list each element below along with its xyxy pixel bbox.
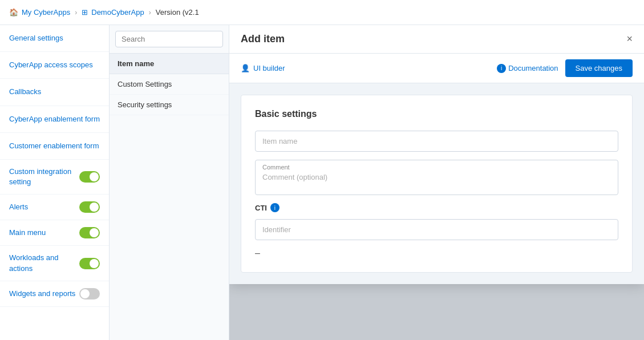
info-icon: i xyxy=(497,64,506,73)
modal-toolbar: 👤 UI builder i Documentation Save change… xyxy=(229,54,644,83)
modal-content: Basic settings Comment Comment (optional… xyxy=(229,83,644,284)
comment-placeholder-text: Comment (optional) xyxy=(256,160,618,195)
home-icon: 🏠 xyxy=(9,8,18,17)
sidebar-item-main-menu: Main menu xyxy=(0,220,109,246)
search-input[interactable] xyxy=(115,31,223,47)
item-name-input[interactable] xyxy=(255,131,618,152)
item-name-field xyxy=(255,131,618,152)
sidebar-item-workloads: Workloads and actions xyxy=(0,246,109,281)
list-item-custom-settings[interactable]: Custom Settings xyxy=(110,74,229,95)
search-bar xyxy=(110,25,229,54)
sidebar-item-callbacks[interactable]: Callbacks xyxy=(0,79,109,106)
list-item-security-settings[interactable]: Security settings xyxy=(110,95,229,115)
documentation-link[interactable]: i Documentation xyxy=(497,64,558,73)
toggle-custom-integration[interactable] xyxy=(79,171,100,183)
apps-icon: ⊞ xyxy=(82,8,88,17)
section-title: Basic settings xyxy=(255,109,618,119)
breadcrumb-bar: 🏠 My CyberApps › ⊞ DemoCyberApp › Versio… xyxy=(0,0,644,25)
modal-container: Add item × 👤 UI builder i Documentation xyxy=(229,25,644,340)
ui-builder-link[interactable]: 👤 UI builder xyxy=(241,64,285,72)
breadcrumb-sep-1: › xyxy=(75,9,77,17)
toggle-alerts[interactable] xyxy=(79,201,100,213)
breadcrumb-my-cyberapps[interactable]: 🏠 My CyberApps xyxy=(9,8,70,17)
sidebar-item-alerts: Alerts xyxy=(0,195,109,220)
modal: Add item × 👤 UI builder i Documentation xyxy=(229,25,644,284)
sidebar-item-general-settings[interactable]: General settings xyxy=(0,25,109,52)
sidebar-item-cyberapp-access-scopes[interactable]: CyberApp access scopes xyxy=(0,52,109,79)
identifier-field xyxy=(255,219,618,240)
save-button[interactable]: Save changes xyxy=(565,59,633,77)
breadcrumb-sep-2: › xyxy=(149,9,151,17)
sidebar-item-cyberapp-enablement[interactable]: CyberApp enablement form xyxy=(0,106,109,133)
modal-title: Add item xyxy=(241,33,285,45)
comment-field: Comment Comment (optional) xyxy=(255,160,618,195)
breadcrumb-label-0: My CyberApps xyxy=(22,8,70,17)
list-header: Item name xyxy=(110,54,229,74)
toggle-widgets[interactable] xyxy=(79,288,100,299)
cti-info-icon[interactable]: i xyxy=(270,203,280,212)
toggle-workloads[interactable] xyxy=(79,258,100,269)
app-container: 🏠 My CyberApps › ⊞ DemoCyberApp › Versio… xyxy=(0,0,644,340)
breadcrumb-version: Version (v2.1 xyxy=(156,8,199,17)
identifier-input[interactable] xyxy=(255,219,618,240)
main-layout: General settings CyberApp access scopes … xyxy=(0,25,644,340)
sidebar: General settings CyberApp access scopes … xyxy=(0,25,110,340)
right-panel: Add item × 👤 UI builder i Documentation xyxy=(229,25,644,340)
dash-symbol: – xyxy=(255,248,618,258)
settings-card: Basic settings Comment Comment (optional… xyxy=(241,95,633,273)
middle-panel: Item name Custom Settings Security setti… xyxy=(110,25,229,340)
sidebar-item-custom-integration: Custom integration setting xyxy=(0,160,109,195)
comment-label: Comment xyxy=(262,164,290,171)
sidebar-item-customer-enablement[interactable]: Customer enablement form xyxy=(0,133,109,160)
close-icon[interactable]: × xyxy=(626,33,633,45)
person-icon: 👤 xyxy=(241,64,250,72)
toggle-main-menu[interactable] xyxy=(79,227,100,238)
breadcrumb-democyberapps[interactable]: ⊞ DemoCyberApp xyxy=(82,8,144,17)
cti-label: CTI xyxy=(255,204,267,212)
modal-header: Add item × xyxy=(229,25,644,54)
sidebar-item-widgets: Widgets and reports xyxy=(0,281,109,307)
breadcrumb-label-1: DemoCyberApp xyxy=(91,8,144,17)
toolbar-right: i Documentation Save changes xyxy=(497,59,633,77)
comment-wrapper: Comment Comment (optional) xyxy=(255,160,618,195)
cti-row: CTI i xyxy=(255,203,618,212)
